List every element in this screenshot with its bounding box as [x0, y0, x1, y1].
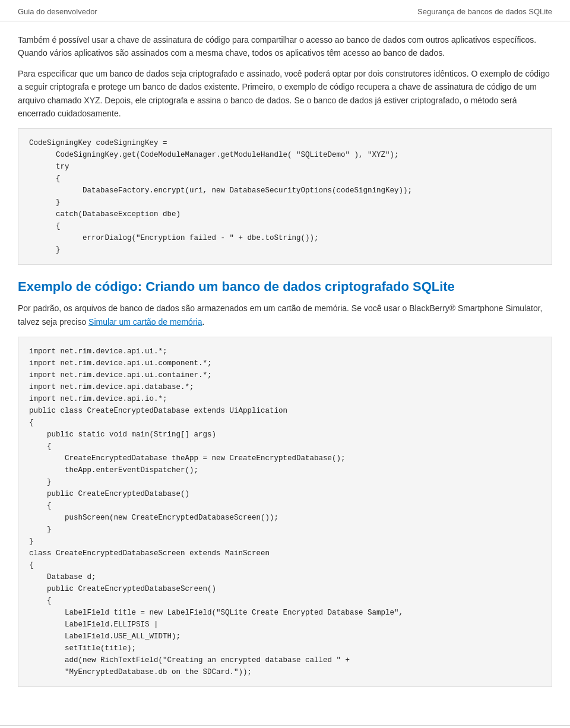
main-content: Também é possível usar a chave de assina…	[0, 33, 570, 713]
body-paragraph: Para especificar que um banco de dados s…	[18, 67, 552, 121]
code-block-2: import net.rim.device.api.ui.*; import n…	[18, 337, 552, 687]
simular-cartao-link[interactable]: Simular um cartão de memória	[88, 317, 202, 327]
code-block-1: CodeSigningKey codeSigningKey = CodeSign…	[18, 128, 552, 265]
code-block-1-text: CodeSigningKey codeSigningKey = CodeSign…	[29, 139, 412, 254]
page-footer: 15	[0, 725, 570, 728]
intro-paragraph: Também é possível usar a chave de assina…	[18, 33, 552, 60]
header-left: Guia do desenvolvedor	[18, 7, 97, 16]
page-header: Guia do desenvolvedor Segurança de banco…	[0, 0, 570, 21]
section-p1-after-link: .	[202, 317, 204, 327]
section-heading: Exemplo de código: Criando um banco de d…	[18, 279, 552, 295]
header-right: Segurança de bancos de dados SQLite	[417, 7, 552, 16]
section-paragraph-1: Por padrão, os arquivos de banco de dado…	[18, 302, 552, 328]
code-block-2-text: import net.rim.device.api.ui.*; import n…	[29, 347, 403, 676]
